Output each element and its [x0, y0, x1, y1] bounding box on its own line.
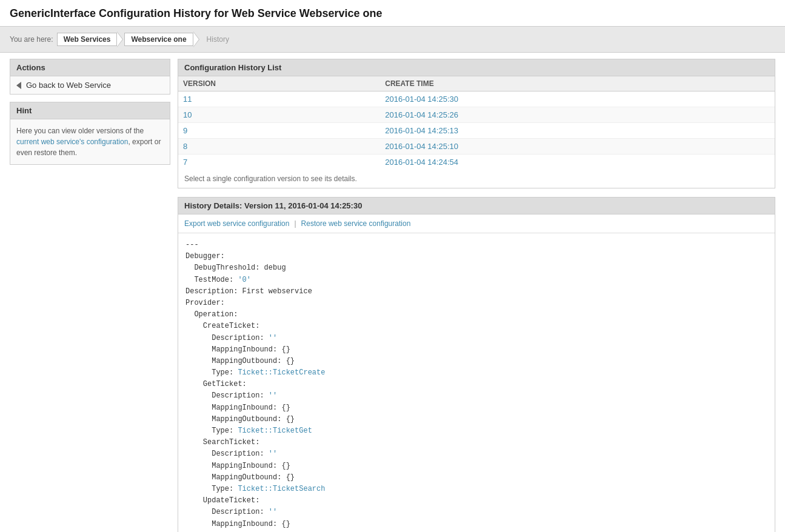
history-list-title: Configuration History List	[178, 59, 775, 76]
breadcrumb-web-services-label: Web Services	[57, 33, 118, 46]
breadcrumb-arrow-2	[193, 32, 199, 47]
actions-title: Actions	[10, 59, 170, 76]
version-link[interactable]: 7	[183, 158, 187, 167]
hint-text: Here you can view older versions of the …	[10, 119, 170, 164]
hint-section: Hint Here you can view older versions of…	[10, 102, 170, 165]
go-back-label: Go back to Web Service	[26, 81, 111, 90]
export-config-link[interactable]: Export web service configuration	[184, 219, 289, 228]
create-time-link[interactable]: 2016-01-04 14:25:26	[385, 110, 458, 119]
version-link[interactable]: 11	[183, 95, 192, 104]
actions-section: Actions Go back to Web Service	[10, 59, 170, 95]
col-create-time: CREATE TIME	[380, 76, 775, 91]
breadcrumb-item-web-services[interactable]: Web Services	[57, 32, 125, 47]
breadcrumb-arrow-1	[117, 32, 123, 47]
create-time-link[interactable]: 2016-01-04 14:24:54	[385, 158, 458, 167]
history-actions-bar: Export web service configuration | Resto…	[178, 214, 775, 233]
table-row[interactable]: 72016-01-04 14:24:54	[178, 155, 775, 170]
restore-config-link[interactable]: Restore web service configuration	[301, 219, 411, 228]
config-content: --- Debugger: DebugThreshold: debug Test…	[178, 233, 775, 532]
table-row[interactable]: 112016-01-04 14:25:30	[178, 91, 775, 107]
breadcrumb-you-are-here: You are here:	[10, 35, 53, 44]
breadcrumb-item-webservice-one[interactable]: Webservice one	[124, 32, 200, 47]
version-link[interactable]: 10	[183, 110, 192, 119]
main-layout: Actions Go back to Web Service Hint Here…	[0, 53, 785, 532]
table-row[interactable]: 102016-01-04 14:25:26	[178, 107, 775, 123]
table-row[interactable]: 82016-01-04 14:25:10	[178, 139, 775, 155]
content-area: Configuration History List VERSION CREAT…	[178, 59, 775, 532]
hint-title: Hint	[10, 102, 170, 119]
create-time-link[interactable]: 2016-01-04 14:25:13	[385, 126, 458, 135]
breadcrumb: You are here: Web Services Webservice on…	[0, 26, 785, 53]
breadcrumb-item-history: History	[201, 33, 235, 45]
table-row[interactable]: 92016-01-04 14:25:13	[178, 123, 775, 139]
page-title: GenericInterface Configuration History f…	[0, 0, 785, 26]
hint-link-current[interactable]: current web service's configuration	[16, 138, 128, 146]
select-hint: Select a single configuration version to…	[178, 170, 775, 188]
version-link[interactable]: 9	[183, 126, 187, 135]
go-back-button[interactable]: Go back to Web Service	[10, 76, 170, 94]
history-list-section: Configuration History List VERSION CREAT…	[178, 59, 775, 188]
breadcrumb-history-label: History	[201, 33, 235, 45]
action-separator: |	[294, 219, 296, 228]
breadcrumb-webservice-one-label: Webservice one	[124, 33, 193, 46]
create-time-link[interactable]: 2016-01-04 14:25:10	[385, 142, 458, 151]
history-details-title: History Details: Version 11, 2016-01-04 …	[178, 198, 775, 214]
col-version: VERSION	[178, 76, 380, 91]
create-time-link[interactable]: 2016-01-04 14:25:30	[385, 95, 458, 104]
sidebar: Actions Go back to Web Service Hint Here…	[10, 59, 170, 172]
history-table: VERSION CREATE TIME 112016-01-04 14:25:3…	[178, 76, 775, 170]
version-link[interactable]: 8	[183, 142, 187, 151]
history-details-section: History Details: Version 11, 2016-01-04 …	[178, 197, 775, 532]
back-arrow-icon	[16, 82, 21, 89]
